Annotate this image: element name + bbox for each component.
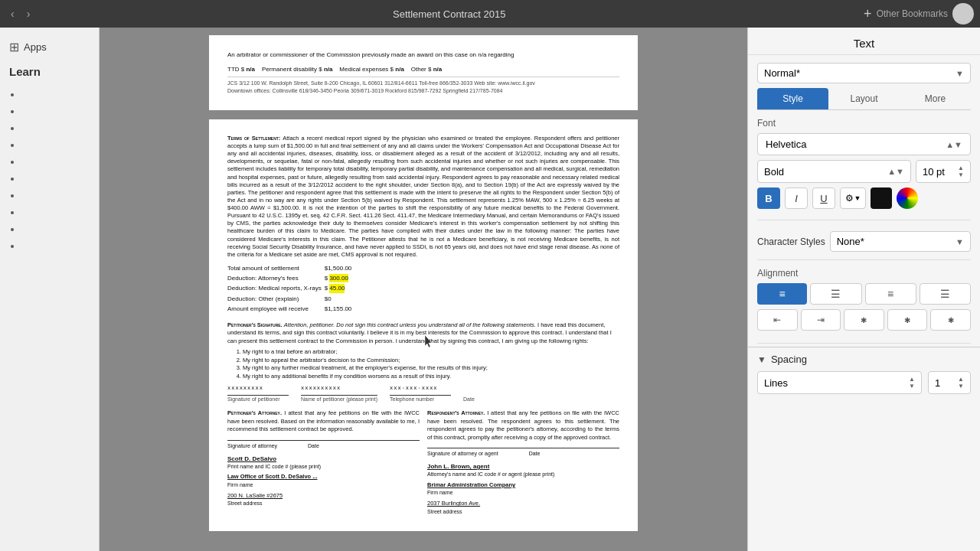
amounts-table: Total amount of settlement $1,500.00 Ded… — [227, 263, 354, 314]
name-col: xxxxxxxxxx Name of petitioner (please pr… — [301, 385, 377, 403]
list-item[interactable] — [21, 106, 99, 116]
spacing-up-icon[interactable]: ▲ — [958, 376, 964, 383]
list-item[interactable] — [21, 173, 99, 184]
top-bar: ‹ › Settlement Contract 2015 + Other Boo… — [0, 0, 980, 28]
other-deduct-label: Deduction: Other (explain) — [227, 294, 325, 304]
list-bullet-button[interactable]: ✱ — [887, 309, 928, 331]
apps-grid-icon: ⊞ — [9, 40, 19, 54]
new-tab-button[interactable]: + — [864, 6, 872, 22]
char-styles-row: Character Styles None* ▼ — [757, 231, 971, 252]
font-name: Helvetica — [766, 139, 806, 150]
list-item: My right to any further medical treatmen… — [243, 364, 619, 373]
list-item[interactable] — [21, 156, 99, 167]
page-top-text: An arbitrator or commissioner of the Com… — [227, 51, 619, 59]
list-item[interactable] — [21, 240, 99, 251]
total-value: $1,500.00 — [325, 263, 355, 273]
phone-x-line: xxx-xxx-xxxx — [390, 385, 451, 396]
align-left-button[interactable]: ≡ — [757, 283, 807, 305]
atty-right-sig-line — [427, 448, 619, 448]
apps-button[interactable]: ⊞ Apps — [0, 35, 99, 59]
italic-button[interactable]: I — [785, 187, 808, 209]
med-value: n/a — [395, 66, 404, 73]
sig-col: xxxxxxxxx Signature of petitioner — [227, 385, 289, 403]
avatar — [952, 3, 974, 24]
indent-decrease-icon: ⇤ — [773, 315, 781, 325]
list-bullet-icon: ✱ — [904, 316, 910, 324]
back-button[interactable]: ‹ — [6, 6, 19, 21]
attorney-fees-label: Deduction: Attorney's fees — [227, 273, 325, 283]
underline-label: U — [820, 193, 827, 204]
italic-label: I — [795, 193, 798, 204]
color-picker-button[interactable] — [897, 187, 918, 209]
forward-button[interactable]: › — [22, 6, 35, 21]
align-justify-button[interactable]: ☰ — [920, 283, 971, 305]
table-row: Total amount of settlement $1,500.00 — [227, 263, 354, 273]
align-center-icon: ☰ — [831, 288, 841, 300]
spacing-value-box[interactable]: 1 ▲ ▼ — [928, 371, 971, 394]
list-item[interactable] — [21, 223, 99, 234]
bookmarks-label: Other Bookmarks — [877, 8, 948, 19]
list-none-button[interactable]: ✱ — [844, 309, 884, 331]
underline-button[interactable]: U — [812, 187, 835, 209]
left-sidebar: ⊞ Apps Learn — [0, 28, 100, 551]
lines-down-icon[interactable]: ▼ — [909, 383, 915, 390]
lines-up-icon[interactable]: ▲ — [909, 376, 915, 383]
align-row-indent: ⇤ ⇥ ✱ ✱ ✱ — [757, 309, 971, 331]
char-styles-caret-icon: ▼ — [956, 237, 964, 246]
bold-button[interactable]: B — [757, 187, 780, 209]
sig-heading-label: Petitioner's Signature. — [227, 321, 284, 328]
char-styles-dropdown[interactable]: None* ▼ — [830, 231, 971, 252]
tab-more[interactable]: More — [900, 88, 971, 109]
align-right-button[interactable]: ≡ — [865, 283, 916, 305]
panel-title: Text — [748, 28, 980, 55]
tab-layout[interactable]: Layout — [828, 88, 900, 109]
style-value: Normal* — [764, 67, 800, 79]
attorney-right-col: Respondent's Attorney. I attest that any… — [427, 409, 619, 515]
atty-right-firm: Brimar Administration Company — [427, 481, 619, 490]
tab-style[interactable]: Style — [757, 88, 828, 109]
list-item[interactable] — [21, 207, 99, 217]
indent-decrease-button[interactable]: ⇤ — [757, 309, 798, 331]
address-row: JCS 3/12 100 W. Randolph Street, Suite 8… — [227, 77, 619, 95]
page-main-card[interactable]: Terms of Settlement: Attach a recent med… — [209, 119, 638, 531]
spacing-down-icon[interactable]: ▼ — [958, 383, 964, 390]
list-number-button[interactable]: ✱ — [930, 309, 971, 331]
page-top-card: An arbitrator or commissioner of the Com… — [209, 35, 638, 110]
font-size-stepper[interactable]: ▲ ▼ — [958, 165, 964, 178]
lines-dropdown[interactable]: Lines ▲ ▼ — [757, 371, 922, 394]
alignment-label: Alignment — [757, 268, 971, 279]
employee-label: Amount employee will receive — [227, 304, 325, 314]
stepper-up-icon[interactable]: ▲ — [958, 165, 964, 171]
atty-right-sig-row: Signature of attorney or agent Date — [427, 450, 619, 458]
align-center-button[interactable]: ☰ — [810, 283, 861, 305]
atty-left-sig-row: Signature of attorney Date — [227, 442, 420, 450]
spacing-header[interactable]: ▼ Spacing — [757, 354, 971, 365]
style-dropdown[interactable]: Normal* ▼ — [757, 63, 971, 83]
date-label: Date — [463, 396, 475, 403]
spacing-value-stepper[interactable]: ▲ ▼ — [958, 376, 964, 390]
style-selector: Normal* ▼ — [748, 55, 980, 88]
font-family-dropdown[interactable]: Helvetica ▲▼ — [757, 133, 971, 155]
rights-list: My right to a trial before an arbitrator… — [227, 348, 619, 380]
terms-heading: Terms of Settlement: — [227, 135, 283, 142]
font-style-dropdown[interactable]: Bold ▲▼ — [757, 160, 911, 183]
list-item[interactable] — [21, 190, 99, 201]
list-item: My right to appeal the arbitrator's deci… — [243, 357, 619, 365]
lines-stepper[interactable]: ▲ ▼ — [909, 376, 915, 390]
list-item[interactable] — [21, 122, 99, 133]
text-color-swatch[interactable] — [871, 187, 892, 209]
right-panel: Text Normal* ▼ Style Layout More Font He… — [747, 28, 980, 551]
list-item[interactable] — [21, 89, 99, 99]
list-item: My right to any additional benefits if m… — [243, 373, 619, 381]
stepper-down-icon[interactable]: ▼ — [958, 171, 964, 178]
sig-attention: Attention, petitioner. Do not sign this … — [284, 321, 536, 328]
indent-increase-button[interactable]: ⇥ — [801, 309, 841, 331]
list-item[interactable] — [21, 139, 99, 150]
text-options-button[interactable]: ⚙ ▼ — [840, 187, 866, 209]
font-size-box[interactable]: 10 pt ▲ ▼ — [916, 160, 971, 183]
nav-buttons[interactable]: ‹ › — [6, 6, 34, 21]
table-row: Deduction: Attorney's fees $ 300.00 — [227, 273, 354, 283]
learn-label: Learn — [0, 59, 99, 84]
atty-left-sig-line — [227, 440, 420, 441]
atty-right-firm-label: Firm name — [427, 489, 619, 497]
